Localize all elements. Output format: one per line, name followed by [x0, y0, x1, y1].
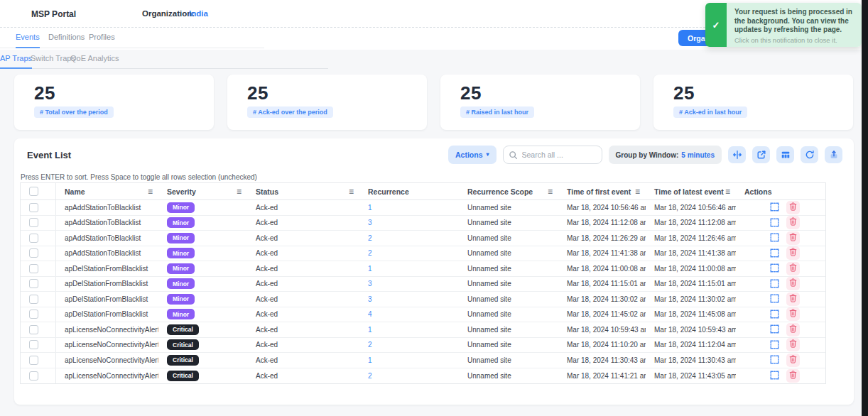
expand-icon [770, 371, 779, 381]
recurrence-link[interactable]: 1 [368, 265, 372, 273]
expand-row-button[interactable] [770, 340, 780, 350]
expand-row-button[interactable] [770, 233, 780, 243]
expand-row-button[interactable] [770, 324, 780, 334]
expand-row-button[interactable] [770, 310, 780, 319]
recurrence-link[interactable]: 3 [368, 280, 372, 288]
column-header-name[interactable]: Name ≡ [56, 187, 158, 196]
expand-icon [770, 294, 779, 304]
expand-row-button[interactable] [770, 202, 780, 212]
subtab-qoe-analytics[interactable]: QoE Analytics [70, 54, 119, 67]
group-by-window-control[interactable]: Group by Window: 5 minutes [609, 146, 722, 164]
recurrence-link[interactable]: 1 [368, 326, 372, 334]
row-checkbox[interactable] [29, 218, 38, 227]
recurrence-scope-cell: Unnamed site [459, 280, 558, 288]
column-header-latest-event[interactable]: Time of latest event ≡ [646, 187, 736, 196]
row-checkbox-cell [21, 231, 56, 246]
recurrence-scope-cell: Unnamed site [459, 234, 558, 242]
recurrence-scope-cell: Unnamed site [459, 249, 558, 257]
expand-row-button[interactable] [770, 263, 780, 273]
expand-row-button[interactable] [770, 371, 780, 381]
select-all-checkbox[interactable] [29, 187, 38, 196]
column-menu-icon[interactable]: ≡ [725, 187, 730, 196]
search-input[interactable] [503, 146, 602, 164]
recurrence-link[interactable]: 2 [368, 372, 372, 380]
tabs-underline [0, 48, 264, 48]
delete-row-button[interactable] [786, 307, 800, 321]
row-checkbox[interactable] [29, 371, 38, 381]
recurrence-link[interactable]: 1 [368, 356, 372, 364]
delete-row-button[interactable] [786, 292, 800, 306]
subtab-switch-traps[interactable]: Switch Traps [31, 54, 75, 67]
first-event-time-cell: Mar 18, 2024 11:30:43 am [558, 356, 646, 364]
expand-row-button[interactable] [770, 218, 780, 228]
expand-row-button[interactable] [770, 248, 780, 258]
column-label: Actions [744, 187, 772, 196]
severity-badge: Critical [167, 324, 199, 335]
actions-dropdown-button[interactable]: Actions ▾ [448, 146, 497, 164]
row-checkbox[interactable] [29, 310, 38, 319]
toast-success-stripe: ✓ [705, 3, 727, 47]
recurrence-link[interactable]: 3 [368, 219, 372, 226]
row-checkbox[interactable] [29, 340, 38, 349]
event-name-cell: apAddStationToBlacklist [56, 219, 158, 226]
subtab-ap-traps[interactable]: AP Traps [0, 54, 32, 69]
refresh-button[interactable] [801, 146, 818, 163]
recurrence-link[interactable]: 4 [368, 310, 372, 318]
severity-badge: Minor [167, 263, 195, 274]
resize-columns-button[interactable] [728, 146, 746, 163]
column-menu-icon[interactable]: ≡ [548, 187, 553, 196]
recurrence-link[interactable]: 3 [368, 295, 372, 303]
check-icon: ✓ [712, 20, 720, 31]
column-menu-icon[interactable]: ≡ [635, 187, 640, 196]
delete-row-button[interactable] [786, 354, 800, 367]
expand-icon [770, 340, 779, 350]
row-checkbox[interactable] [29, 234, 38, 243]
column-header-severity[interactable]: Severity ≡ [158, 187, 247, 196]
delete-row-button[interactable] [786, 201, 800, 214]
delete-row-button[interactable] [786, 246, 800, 260]
column-header-recurrence-scope[interactable]: Recurrence Scope ≡ [459, 187, 558, 196]
recurrence-link[interactable]: 1 [368, 204, 372, 212]
delete-row-button[interactable] [786, 231, 800, 245]
expand-row-button[interactable] [770, 294, 780, 304]
delete-row-button[interactable] [786, 262, 800, 275]
expand-row-button[interactable] [770, 355, 780, 365]
table-columns-button[interactable] [776, 146, 794, 163]
row-checkbox[interactable] [29, 356, 38, 365]
row-checkbox[interactable] [29, 203, 38, 212]
column-header-status[interactable]: Status ≡ [247, 187, 359, 196]
row-checkbox[interactable] [29, 325, 38, 334]
tab-definitions[interactable]: Definitions [48, 33, 85, 47]
actions-cell [736, 354, 827, 367]
row-checkbox[interactable] [29, 264, 38, 273]
delete-row-button[interactable] [786, 323, 800, 336]
column-header-recurrence[interactable]: Recurrence [359, 187, 459, 196]
row-checkbox[interactable] [29, 248, 38, 258]
tab-profiles[interactable]: Profiles [89, 33, 115, 47]
delete-row-button[interactable] [786, 277, 800, 290]
tab-events[interactable]: Events [16, 33, 40, 48]
upload-button[interactable] [825, 146, 842, 163]
table-columns-icon [781, 150, 791, 160]
delete-row-button[interactable] [786, 216, 800, 229]
toast-notification[interactable]: ✓ Your request is being processed in the… [705, 3, 862, 47]
column-menu-icon[interactable]: ≡ [148, 187, 153, 196]
organization-value-link[interactable]: India [189, 9, 208, 18]
delete-row-button[interactable] [786, 338, 800, 351]
edit-export-button[interactable] [752, 146, 770, 163]
recurrence-link[interactable]: 2 [368, 341, 372, 349]
severity-cell: Minor [158, 202, 247, 213]
row-checkbox[interactable] [29, 295, 38, 304]
recurrence-link[interactable]: 2 [368, 249, 372, 257]
actions-cell [736, 338, 827, 351]
delete-row-button[interactable] [786, 369, 800, 383]
expand-row-button[interactable] [770, 279, 780, 289]
row-checkbox[interactable] [29, 279, 38, 288]
column-header-first-event[interactable]: Time of first event ≡ [558, 187, 646, 196]
row-checkbox-cell [21, 216, 56, 231]
table-row: apAddStationToBlacklistMinorAck-ed2Unnam… [21, 246, 825, 262]
column-menu-icon[interactable]: ≡ [237, 187, 242, 196]
column-label: Recurrence Scope [467, 187, 533, 196]
recurrence-link[interactable]: 2 [368, 234, 372, 242]
column-menu-icon[interactable]: ≡ [349, 187, 354, 196]
